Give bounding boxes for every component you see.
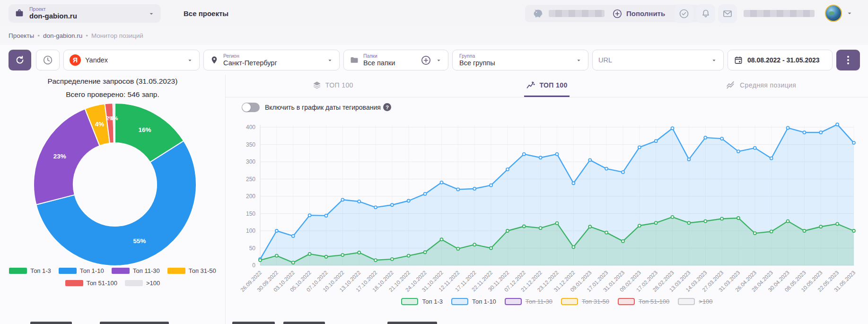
svg-text:350: 350	[246, 141, 255, 148]
avatar[interactable]	[825, 5, 842, 22]
chart-legend: Топ 1-3 Топ 1-10 Топ 11-30 Топ 31-50 Топ…	[260, 298, 854, 305]
donut-legend-item[interactable]: Топ 1-10	[59, 267, 104, 274]
calendar-icon	[734, 55, 743, 65]
tab-label: ТОП 100	[325, 81, 353, 89]
add-folder-button[interactable]	[421, 55, 431, 66]
chart-legend-item-off[interactable]: >100	[678, 298, 712, 305]
donut-legend-item[interactable]: Топ 1-3	[9, 267, 51, 274]
svg-text:4%: 4%	[95, 121, 105, 128]
legend-label: >100	[146, 280, 160, 287]
donut-legend-item[interactable]: Топ 51-100	[65, 280, 117, 287]
legend-label: Топ 11-30	[133, 267, 160, 274]
tab-label: Средняя позиция	[740, 81, 796, 89]
location-pin-icon	[210, 55, 219, 65]
legend-swatch	[401, 298, 418, 305]
tagging-dates-toggle[interactable]	[242, 103, 260, 112]
more-options-button[interactable]	[836, 50, 860, 70]
breadcrumb-project[interactable]: don-gabion.ru	[43, 32, 82, 39]
topup-button[interactable]: Пополнить	[626, 9, 665, 18]
chart-legend-item-on[interactable]: Топ 1-10	[451, 298, 496, 305]
svg-text:250: 250	[246, 176, 255, 183]
legend-label: Топ 1-10	[472, 298, 496, 305]
refresh-button[interactable]	[9, 50, 31, 70]
cutoff-table-edge	[387, 322, 437, 324]
legend-label: Топ 51-100	[87, 280, 117, 287]
chart-legend-item-off[interactable]: Топ 31-50	[561, 298, 609, 305]
region-value: Санкт-Петербург	[223, 59, 277, 67]
url-placeholder: URL	[598, 56, 612, 64]
chevron-down-icon	[186, 57, 193, 64]
trend-icon	[726, 80, 736, 90]
tasks-button[interactable]	[675, 4, 693, 23]
donut-legend-item[interactable]: Топ 11-30	[112, 267, 160, 274]
search-engine-select[interactable]: Я Yandex	[63, 50, 200, 70]
project-value: don-gabion.ru	[29, 12, 77, 20]
mail-button[interactable]	[718, 4, 737, 23]
legend-label: Топ 51-100	[639, 298, 669, 305]
history-button[interactable]	[36, 50, 60, 70]
group-select[interactable]: Группа Все группы	[452, 50, 588, 70]
region-select[interactable]: Регион Санкт-Петербург	[203, 50, 340, 70]
briefcase-icon	[14, 9, 25, 19]
chevron-down-icon[interactable]	[846, 9, 853, 17]
svg-text:23%: 23%	[53, 153, 66, 160]
username-blurred	[744, 10, 815, 17]
breadcrumb: Проекты•don-gabion.ru•Монитор позиций	[9, 32, 143, 39]
tab-2-inactive[interactable]: Средняя позиция	[654, 75, 868, 97]
folder-icon	[350, 55, 359, 65]
chevron-down-icon	[710, 57, 718, 64]
chevron-down-icon	[575, 57, 582, 64]
donut-legend-row-2: Топ 51-100>100	[0, 280, 225, 287]
legend-label: Топ 1-10	[80, 267, 104, 274]
url-select[interactable]: URL	[592, 50, 724, 70]
legend-label: Топ 11-30	[526, 298, 552, 305]
donut-legend-row-1: Топ 1-3Топ 1-10Топ 11-30Топ 31-50	[0, 267, 225, 274]
yandex-logo-icon: Я	[70, 54, 81, 66]
clock-icon	[42, 54, 53, 66]
legend-swatch	[505, 298, 522, 305]
svg-text:300: 300	[246, 158, 255, 165]
folders-value: Все папки	[363, 59, 395, 67]
legend-swatch	[678, 298, 695, 305]
notifications-button[interactable]	[696, 4, 715, 23]
positions-line-chart: 05010015020025030035040026.09.202230.09.…	[226, 116, 868, 298]
cutoff-table-edge	[283, 322, 325, 324]
kebab-menu-icon	[847, 56, 849, 64]
chart-legend-item-on[interactable]: Топ 1-3	[401, 298, 443, 305]
cutoff-table-edge	[100, 322, 169, 324]
svg-text:200: 200	[246, 193, 255, 200]
legend-label: Топ 31-50	[582, 298, 609, 305]
donut-legend-item[interactable]: >100	[125, 280, 160, 287]
project-selector[interactable]: Проект don-gabion.ru	[9, 4, 161, 23]
chevron-down-icon	[148, 10, 155, 18]
legend-label: Топ 31-50	[189, 267, 216, 274]
svg-text:16%: 16%	[139, 126, 151, 133]
all-projects-link[interactable]: Все проекты	[184, 9, 228, 18]
balance-area[interactable]: Пополнить	[525, 5, 700, 22]
svg-text:100: 100	[246, 228, 255, 234]
tab-0-inactive[interactable]: ТОП 100	[226, 75, 440, 97]
folders-select[interactable]: Папки Все папки	[343, 50, 448, 70]
help-icon[interactable]: ?	[383, 103, 391, 111]
breadcrumb-current: Монитор позиций	[91, 32, 143, 39]
chart-tabs: ТОП 100ТОП 100Средняя позиция	[226, 75, 868, 97]
legend-swatch	[167, 268, 185, 274]
donut-legend-item[interactable]: Топ 31-50	[167, 267, 216, 274]
folders-label: Папки	[363, 53, 395, 59]
chart-legend-item-off[interactable]: Топ 51-100	[618, 298, 669, 305]
project-label: Проект	[29, 7, 77, 12]
date-range-picker[interactable]: 08.08.2022 - 31.05.2023	[728, 50, 833, 70]
breadcrumb-projects[interactable]: Проекты	[9, 32, 34, 39]
line-chart-icon	[526, 80, 535, 90]
chart-legend-item-off[interactable]: Топ 11-30	[505, 298, 552, 305]
cutoff-table-edge	[30, 322, 72, 324]
legend-swatch	[125, 280, 143, 286]
mail-icon	[722, 8, 733, 19]
svg-text:400: 400	[246, 124, 255, 131]
top-bar: Проект don-gabion.ru Все проекты Пополни…	[0, 0, 868, 27]
tab-1-active[interactable]: ТОП 100	[440, 75, 654, 97]
legend-label: Топ 1-3	[30, 267, 51, 274]
region-label: Регион	[223, 53, 277, 59]
svg-text:0: 0	[252, 262, 255, 269]
bell-icon	[700, 8, 711, 19]
